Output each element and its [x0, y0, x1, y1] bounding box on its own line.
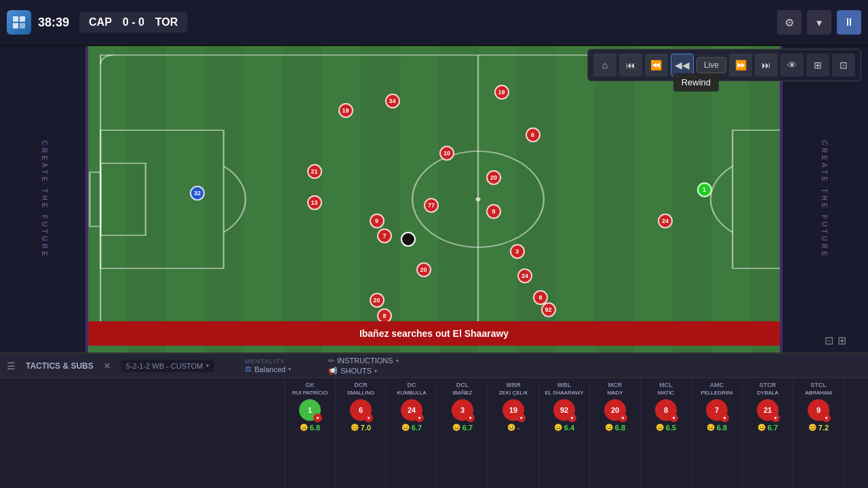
heart-badge: ♥	[568, 413, 576, 422]
player-name: MADY	[607, 390, 623, 396]
left-banner: CREATE THE FUTURE	[0, 46, 88, 352]
record-button[interactable]: ⊡	[832, 54, 855, 77]
fast-forward-button[interactable]: ⏩	[729, 54, 752, 77]
player-name: EL SHAARAWY	[545, 390, 583, 396]
topbar-right: ⚙ ▾ ⏸	[777, 10, 868, 35]
player-token[interactable]: 19	[494, 85, 509, 100]
player-token[interactable]: 19	[338, 103, 353, 118]
mentality-icon: ⚖	[245, 365, 252, 373]
player-token[interactable]: 24	[658, 214, 673, 228]
home-button[interactable]: ⌂	[593, 54, 616, 77]
player-token[interactable]: 3	[510, 244, 525, 259]
player-token[interactable]: 20	[370, 293, 384, 308]
player-token[interactable]: 20	[416, 262, 431, 277]
player-avatar: 8 ♥	[655, 399, 677, 421]
player-token[interactable]: 10	[439, 146, 454, 161]
score: 0 - 0	[117, 16, 150, 28]
player-card-mcl[interactable]: MCL MATIC 8 ♥ 😐 6.5	[641, 378, 692, 488]
grid-button[interactable]: ⊞	[806, 54, 829, 77]
mood-face: 😐	[554, 424, 562, 431]
player-token[interactable]: 8	[486, 204, 501, 219]
pitch-container: 321921139777202081020833461924892241	[88, 46, 868, 352]
player-name: MATIC	[658, 390, 674, 396]
tactics-bar: ☰ TACTICS & SUBS ✕ 5-2-1-2 WB - CUSTOM ▾…	[0, 354, 868, 378]
player-card-stcl[interactable]: STCL ABRAHAM 9 ♥ 😊 7.2	[793, 378, 844, 488]
player-token[interactable]: 77	[424, 198, 439, 213]
bottom-grid-icon[interactable]: ⊞	[837, 334, 846, 347]
player-card-wbr[interactable]: WBR ZEKI ÇELIK 19 ♥ 😐 -	[488, 378, 539, 488]
player-card-stcr[interactable]: STCR DYBALA 21 ♥ 😐 6.7	[743, 378, 793, 488]
team-home: CAP	[89, 16, 112, 28]
player-token[interactable]: 92	[541, 302, 556, 317]
mentality-value[interactable]: ⚖ Balanced ▾	[245, 365, 291, 373]
rating-row: 😐 6.8	[300, 424, 320, 432]
player-card-dc[interactable]: DC KUMBULLA 24 ♥ 😐 6.7	[387, 378, 437, 488]
player-card-dcl[interactable]: DCL IBAÑEZ 3 ♥ 😐 6.7	[437, 378, 488, 488]
shouts-arrow: ▾	[374, 368, 377, 374]
player-token[interactable]	[401, 232, 416, 247]
formation-text: 5-2-1-2 WB - CUSTOM	[126, 362, 203, 370]
mood-face: 😐	[452, 424, 460, 431]
fast-forward-2-button[interactable]: ⏭	[755, 54, 778, 77]
player-card-amc[interactable]: AMC PELLEGRINI 7 ♥ 😐 6.8	[692, 378, 743, 488]
bottom-record-icon[interactable]: ⊡	[825, 334, 833, 347]
player-token[interactable]: 1	[697, 182, 712, 197]
player-name: DYBALA	[757, 390, 778, 396]
pos-label: DC	[408, 382, 416, 388]
instructions-icon: ✏	[328, 357, 334, 365]
notification-text: Ibañez searches out El Shaarawy	[359, 328, 509, 339]
player-token[interactable]: 9	[370, 214, 384, 228]
shouts-button[interactable]: 📢 SHOUTS ▾	[328, 367, 399, 375]
player-card-mcr[interactable]: MCR MADY 20 ♥ 😐 6.8	[590, 378, 641, 488]
players-row: GK RUI PATRÍCIO 1 ♥ 😐 6.8 DCR SMALLING 6…	[0, 378, 868, 488]
rating-value: 6.8	[615, 424, 625, 432]
instructions-arrow: ▾	[396, 358, 399, 364]
player-token[interactable]: 6	[526, 127, 540, 142]
player-token[interactable]: 21	[307, 164, 322, 179]
player-name: ZEKI ÇELIK	[498, 390, 528, 396]
rating-row: 😐 6.7	[452, 424, 473, 432]
rewind-fast-button[interactable]: ⏪	[645, 54, 668, 77]
heart-badge: ♥	[313, 413, 322, 422]
player-token[interactable]: 32	[190, 186, 205, 201]
settings-icon[interactable]: ⚙	[777, 10, 802, 35]
player-token[interactable]: 7	[377, 228, 392, 243]
rating-row: 😐 -	[507, 424, 520, 432]
heart-badge: ♥	[466, 413, 475, 422]
rating-row: 😐 6.8	[605, 424, 625, 432]
instructions-button[interactable]: ✏ INSTRUCTIONS ▾	[328, 357, 399, 365]
tactics-close[interactable]: ✕	[104, 361, 111, 371]
live-button[interactable]: Live	[696, 57, 726, 73]
score-box: CAP 0 - 0 TOR	[79, 12, 187, 33]
mood-face: 😐	[656, 424, 664, 431]
pause-icon[interactable]: ⏸	[837, 10, 861, 35]
pos-label: AMC	[710, 382, 724, 388]
player-token[interactable]: 24	[517, 268, 532, 283]
mood-face: 😊	[351, 424, 359, 431]
player-avatar: 6 ♥	[350, 399, 372, 421]
player-card-gk[interactable]: GK RUI PATRÍCIO 1 ♥ 😐 6.8	[285, 378, 336, 488]
player-token[interactable]: 13	[307, 195, 322, 210]
eye-button[interactable]: 👁	[781, 54, 804, 77]
skip-back-button[interactable]: ⏮	[619, 54, 642, 77]
rating-row: 😊 7.2	[808, 424, 829, 432]
players-list: GK RUI PATRÍCIO 1 ♥ 😐 6.8 DCR SMALLING 6…	[285, 378, 868, 488]
player-avatar: 9 ♥	[808, 399, 829, 421]
rating-row: 😐 6.7	[757, 424, 778, 432]
rating-value: 6.5	[666, 424, 676, 432]
player-avatar: 7 ♥	[706, 399, 728, 421]
instructions-text: INSTRUCTIONS	[337, 357, 393, 365]
formation-arrow: ▾	[206, 363, 209, 369]
player-card-dcr[interactable]: DCR SMALLING 6 ♥ 😊 7.0	[336, 378, 387, 488]
rating-value: 6.8	[310, 424, 320, 432]
pos-label: GK	[305, 382, 315, 388]
expand-icon[interactable]: ▾	[807, 10, 831, 35]
shouts-icon: 📢	[328, 367, 338, 375]
player-card-wbl[interactable]: WBL EL SHAARAWY 92 ♥ 😐 6.4	[539, 378, 590, 488]
player-token[interactable]: 20	[486, 170, 501, 185]
left-stripe	[85, 46, 88, 352]
formation-selector[interactable]: 5-2-1-2 WB - CUSTOM ▾	[121, 360, 214, 372]
right-stripe	[780, 46, 783, 352]
player-token[interactable]: 34	[385, 94, 400, 108]
pos-label: STCR	[760, 382, 776, 388]
